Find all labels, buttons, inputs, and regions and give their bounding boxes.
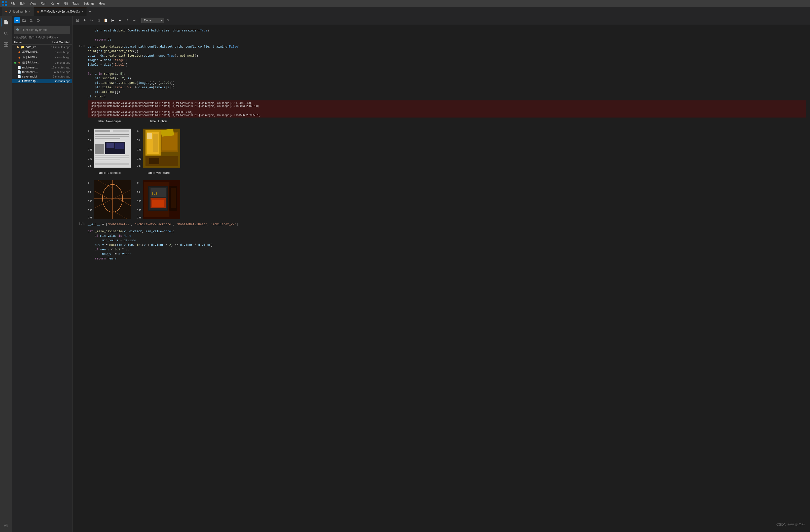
activity-settings[interactable]: [1, 521, 11, 530]
file-item-untitled[interactable]: ◈ Untitled.ip... seconds ago: [12, 79, 72, 83]
menu-view[interactable]: View: [28, 1, 38, 6]
file-name-5: mobilenet...: [22, 70, 44, 74]
file-date-3: a month ago: [45, 61, 70, 64]
fastforward-button[interactable]: ⏭: [131, 17, 137, 23]
svg-rect-74: [152, 199, 164, 207]
svg-text:BUS: BUS: [152, 192, 157, 195]
col-modified-header[interactable]: Last Modified: [45, 41, 70, 44]
cell-type-select[interactable]: Code Markdown Raw: [141, 18, 164, 23]
svg-rect-1: [5, 1, 7, 3]
svg-rect-12: [77, 21, 78, 22]
svg-rect-0: [2, 1, 4, 3]
cell-10-code[interactable]: def _make_divisible(v, divisor, min_valu…: [87, 228, 806, 262]
folder-icon-0: ▶ 📁: [17, 45, 25, 49]
notebook-content[interactable]: ds = eval_ds.batch(config.eval_batch_siz…: [72, 25, 810, 532]
menu-settings[interactable]: Settings: [81, 1, 96, 6]
breadcrumb-text: / 应用实践 / 热门LLM及其他AI应用 /: [14, 36, 58, 39]
svg-rect-28: [95, 144, 104, 154]
cell-9-code[interactable]: __all__ = ['MobileNetV2', 'MobileNetV2Ba…: [87, 221, 806, 228]
file-item-data-en[interactable]: ▶ 📁 data_en 14 minutes ago: [12, 45, 72, 49]
svg-text:150: 150: [88, 209, 92, 212]
svg-point-5: [4, 32, 7, 34]
search-input[interactable]: [21, 28, 68, 32]
menu-git[interactable]: Git: [62, 1, 70, 6]
copy-button[interactable]: ⎘: [96, 17, 102, 23]
ipynb-icon-7: ◈: [17, 79, 21, 83]
activity-search[interactable]: [1, 29, 11, 38]
svg-rect-32: [95, 163, 129, 165]
cell-8-code[interactable]: ds = create_dataset(dataset_path=config.…: [87, 44, 806, 100]
svg-text:200: 200: [88, 165, 92, 167]
activity-extensions[interactable]: [1, 40, 11, 49]
file-date-7: seconds ago: [45, 80, 70, 83]
svg-rect-8: [6, 43, 8, 44]
plot-basketball: label: Basketball 0 50 100 150 200: [87, 171, 132, 220]
search-box[interactable]: 🔍: [14, 26, 70, 34]
cell-partial-top: ds = eval_ds.batch(config.eval_batch_siz…: [72, 28, 810, 43]
new-file-button[interactable]: +: [14, 17, 20, 23]
search-icon: 🔍: [16, 28, 20, 32]
tab-untitled[interactable]: ◈ Untitled.ipynb ✕: [2, 7, 34, 16]
svg-rect-10: [6, 45, 8, 47]
open-folder-button[interactable]: [21, 17, 27, 23]
menu-help[interactable]: Help: [97, 1, 107, 6]
tab-mobilenet[interactable]: ◈ 基于MobileNetv2的垃圾分类x ✕: [34, 7, 87, 16]
activity-files[interactable]: [1, 18, 11, 27]
svg-text:0: 0: [88, 130, 90, 133]
file-name-3: 基于Mobile...: [22, 60, 44, 65]
svg-text:50: 50: [88, 139, 91, 142]
run-button[interactable]: ▶: [110, 17, 116, 23]
file-item-mobile[interactable]: ◈ 基于Mobile... a month ago: [12, 60, 72, 65]
file-item-savemobi[interactable]: 📄 save_mobi... 7 minutes ago: [12, 74, 72, 79]
file-item-mobilenet2[interactable]: 📄 mobilenet... a minute ago: [12, 70, 72, 74]
tab-label-untitled: Untitled.ipynb: [9, 10, 27, 13]
cell-8-body[interactable]: ds = create_dataset(dataset_path=config.…: [87, 44, 810, 100]
cell-10-body[interactable]: def _make_divisible(v, divisor, min_valu…: [87, 228, 810, 262]
file-name-4: mobilenet...: [22, 66, 44, 69]
save-button[interactable]: [75, 17, 81, 23]
svg-rect-29: [95, 156, 129, 156]
menu-file[interactable]: File: [9, 1, 17, 6]
svg-rect-7: [4, 43, 6, 44]
sidebar: + 🔍 / 应用: [12, 16, 72, 532]
file-item-minds[interactable]: ◈ 基于MindS... a month ago: [12, 54, 72, 60]
stop-button[interactable]: ■: [117, 17, 123, 23]
menu-tabs[interactable]: Tabs: [70, 1, 81, 6]
file-item-mobilenet1[interactable]: 📄 mobilenet... 13 minutes ago: [12, 65, 72, 70]
svg-text:0: 0: [137, 182, 139, 184]
paste-button[interactable]: 📋: [103, 17, 109, 23]
menu-run[interactable]: Run: [39, 1, 48, 6]
tab-add-button[interactable]: +: [87, 9, 93, 14]
add-cell-button[interactable]: +: [82, 17, 87, 23]
restart-button[interactable]: ↺: [124, 17, 130, 23]
cell-8-output-gutter: [72, 100, 87, 221]
svg-text:200: 200: [137, 216, 141, 219]
svg-text:100: 100: [88, 148, 92, 151]
svg-rect-26: [107, 143, 114, 148]
tab-close-mobilenet[interactable]: ✕: [81, 10, 84, 13]
file-date-6: 7 minutes ago: [45, 75, 70, 78]
cut-button[interactable]: ✂: [88, 17, 95, 23]
svg-rect-22: [95, 134, 129, 135]
cell-9-body[interactable]: __all__ = ['MobileNetV2', 'MobileNetV2Ba…: [87, 221, 810, 228]
svg-text:100: 100: [137, 148, 141, 151]
col-name-header[interactable]: Name: [14, 41, 45, 44]
cell-10: def _make_divisible(v, divisor, min_valu…: [72, 228, 810, 262]
tab-close-untitled[interactable]: ✕: [29, 10, 31, 13]
refresh-button[interactable]: [35, 17, 41, 23]
ipynb-icon-3: ◈: [17, 61, 21, 64]
upload-button[interactable]: [28, 17, 34, 23]
plot-title-basketball: label: Basketball: [99, 171, 120, 175]
kernel-button[interactable]: ⟳: [165, 17, 171, 23]
menu-edit[interactable]: Edit: [18, 1, 27, 6]
file-tree: ▶ 📁 data_en 14 minutes ago ◈ 基于MindN... …: [12, 45, 72, 532]
output-error-1: Clipping input data to the valid range f…: [87, 100, 806, 117]
svg-rect-21: [113, 130, 129, 132]
file-item-mindn[interactable]: ◈ 基于MindN... a month ago: [12, 49, 72, 54]
breadcrumb: / 应用实践 / 热门LLM及其他AI应用 /: [12, 35, 72, 40]
file-date-1: a month ago: [45, 51, 70, 53]
file-name-7: Untitled.ip...: [22, 79, 44, 83]
tab-icon-untitled: ◈: [5, 10, 7, 13]
menu-kernel[interactable]: Kernel: [49, 1, 62, 6]
svg-text:50: 50: [137, 139, 140, 142]
